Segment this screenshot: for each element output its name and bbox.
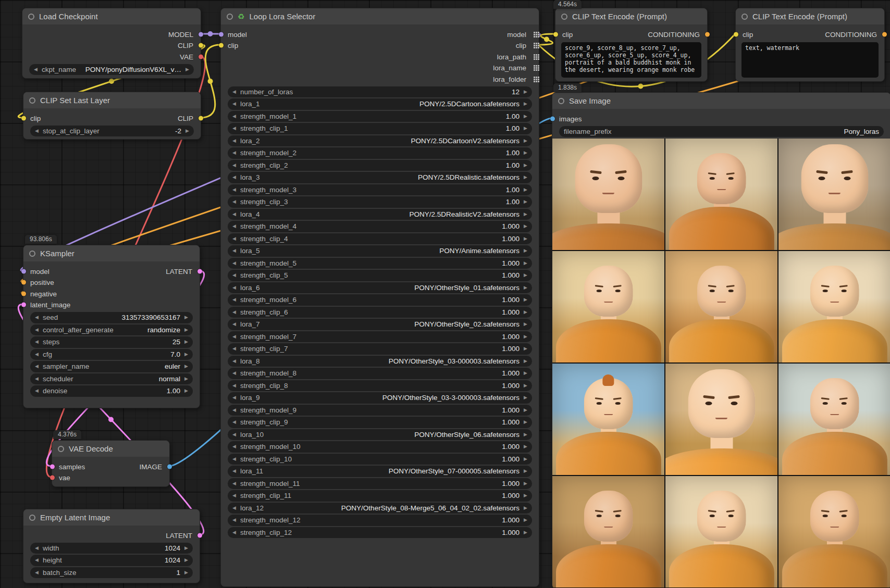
grid-output-icon[interactable] <box>534 65 535 67</box>
increment-arrow-icon[interactable]: ▶ <box>524 493 527 498</box>
decrement-arrow-icon[interactable]: ◀ <box>232 297 236 302</box>
increment-arrow-icon[interactable]: ▶ <box>524 285 527 290</box>
node-loop-lora-selector[interactable]: ♻ Loop Lora Selector modelmodelclipclipl… <box>220 8 539 587</box>
node-header[interactable]: Load Checkpoint <box>22 8 201 24</box>
increment-arrow-icon[interactable]: ▶ <box>524 469 527 473</box>
input-slot-model[interactable] <box>219 32 224 36</box>
widget-width[interactable]: ◀width1024▶ <box>30 543 193 554</box>
collapse-dot[interactable] <box>28 14 34 20</box>
decrement-arrow-icon[interactable]: ◀ <box>34 67 38 72</box>
decrement-arrow-icon[interactable]: ◀ <box>232 285 236 290</box>
collapse-dot[interactable] <box>29 515 35 521</box>
widget-strength_model_11[interactable]: ◀strength_model_111.000▶ <box>228 478 532 490</box>
increment-arrow-icon[interactable]: ▶ <box>524 90 527 94</box>
node-header[interactable]: ♻ Loop Lora Selector <box>221 8 539 24</box>
increment-arrow-icon[interactable]: ▶ <box>524 114 527 119</box>
increment-arrow-icon[interactable]: ▶ <box>524 163 527 168</box>
widget-strength_model_9[interactable]: ◀strength_model_91.000▶ <box>228 405 532 416</box>
decrement-arrow-icon[interactable]: ◀ <box>232 102 236 106</box>
node-header[interactable]: Save Image <box>552 93 890 109</box>
input-slot-positive[interactable] <box>21 280 26 285</box>
increment-arrow-icon[interactable]: ▶ <box>524 359 527 364</box>
decrement-arrow-icon[interactable]: ◀ <box>35 340 39 344</box>
widget-strength_clip_10[interactable]: ◀strength_clip_101.000▶ <box>228 454 532 465</box>
widget-strength_clip_6[interactable]: ◀strength_clip_61.000▶ <box>228 307 532 318</box>
increment-arrow-icon[interactable]: ▶ <box>524 457 527 461</box>
output-slot-CLIP[interactable] <box>199 43 203 48</box>
increment-arrow-icon[interactable]: ▶ <box>524 322 527 327</box>
decrement-arrow-icon[interactable]: ◀ <box>35 389 39 393</box>
decrement-arrow-icon[interactable]: ◀ <box>232 469 236 473</box>
widget-strength_clip_1[interactable]: ◀strength_clip_11.00▶ <box>228 123 532 134</box>
node-empty-latent-image[interactable]: Empty Latent Image LATENT ◀width1024▶◀he… <box>23 509 200 583</box>
widget-number_of_loras[interactable]: ◀number_of_loras12▶ <box>228 86 532 98</box>
decrement-arrow-icon[interactable]: ◀ <box>232 518 236 522</box>
decrement-arrow-icon[interactable]: ◀ <box>232 199 236 204</box>
output-slot-LATENT[interactable] <box>197 269 202 273</box>
decrement-arrow-icon[interactable]: ◀ <box>232 420 236 424</box>
decrement-arrow-icon[interactable]: ◀ <box>232 383 236 388</box>
widget-ckpt_name[interactable]: ◀ckpt_namePONY/ponyDiffusionV6XL_v…▶ <box>29 64 194 76</box>
input-slot-latent_image[interactable] <box>21 303 26 307</box>
decrement-arrow-icon[interactable]: ◀ <box>232 334 236 339</box>
increment-arrow-icon[interactable]: ▶ <box>524 310 527 315</box>
increment-arrow-icon[interactable]: ▶ <box>186 129 189 133</box>
increment-arrow-icon[interactable]: ▶ <box>524 248 527 253</box>
widget-steps[interactable]: ◀steps25▶ <box>30 336 193 348</box>
increment-arrow-icon[interactable]: ▶ <box>524 175 527 180</box>
collapse-dot[interactable] <box>227 14 233 20</box>
increment-arrow-icon[interactable]: ▶ <box>184 364 188 369</box>
widget-strength_model_4[interactable]: ◀strength_model_41.000▶ <box>228 221 532 232</box>
input-slot-clip[interactable] <box>219 43 224 48</box>
increment-arrow-icon[interactable]: ▶ <box>524 518 527 522</box>
widget-strength_clip_5[interactable]: ◀strength_clip_51.000▶ <box>228 270 532 281</box>
node-clip-text-encode-negative[interactable]: CLIP Text Encode (Prompt) clipCONDITIONI… <box>735 8 885 82</box>
increment-arrow-icon[interactable]: ▶ <box>524 126 527 131</box>
collapse-dot[interactable] <box>561 14 567 20</box>
decrement-arrow-icon[interactable]: ◀ <box>232 408 236 412</box>
widget-strength_clip_3[interactable]: ◀strength_clip_31.00▶ <box>228 196 532 208</box>
widget-strength_clip_4[interactable]: ◀strength_clip_41.000▶ <box>228 233 532 245</box>
widget-lora_4[interactable]: ◀lora_4PONY/2.5DRealisticV2.safetensors▶ <box>228 209 532 220</box>
node-ksampler[interactable]: KSampler modelLATENTpositivenegativelate… <box>23 245 200 408</box>
widget-lora_8[interactable]: ◀lora_8PONY/OtherStyle_03-000003.safeten… <box>228 356 532 367</box>
decrement-arrow-icon[interactable]: ◀ <box>232 395 236 400</box>
widget-strength_clip_2[interactable]: ◀strength_clip_21.00▶ <box>228 160 532 171</box>
widget-lora_7[interactable]: ◀lora_7PONY/OtherStyle_02.safetensors▶ <box>228 319 532 330</box>
widget-sampler_name[interactable]: ◀sampler_nameeuler▶ <box>30 361 193 372</box>
increment-arrow-icon[interactable]: ▶ <box>524 420 527 424</box>
increment-arrow-icon[interactable]: ▶ <box>524 334 527 339</box>
decrement-arrow-icon[interactable]: ◀ <box>232 273 236 278</box>
output-slot-LATENT[interactable] <box>197 533 202 537</box>
output-slot-VAE[interactable] <box>199 54 203 59</box>
increment-arrow-icon[interactable]: ▶ <box>184 570 188 575</box>
increment-arrow-icon[interactable]: ▶ <box>524 236 527 241</box>
widget-lora_10[interactable]: ◀lora_10PONY/OtherStyle_06.safetensors▶ <box>228 429 532 441</box>
output-slot-IMAGE[interactable] <box>167 464 172 469</box>
decrement-arrow-icon[interactable]: ◀ <box>35 558 39 562</box>
collapse-dot[interactable] <box>558 98 564 104</box>
decrement-arrow-icon[interactable]: ◀ <box>232 236 236 241</box>
decrement-arrow-icon[interactable]: ◀ <box>232 457 236 461</box>
widget-scheduler[interactable]: ◀schedulernormal▶ <box>30 373 193 385</box>
decrement-arrow-icon[interactable]: ◀ <box>232 175 236 180</box>
node-clip-text-encode-positive[interactable]: CLIP Text Encode (Prompt) clipCONDITIONI… <box>555 8 708 82</box>
widget-strength_clip_11[interactable]: ◀strength_clip_111.000▶ <box>228 490 532 502</box>
widget-lora_1[interactable]: ◀lora_1PONY/2.5DCartoon.safetensors▶ <box>228 98 532 110</box>
decrement-arrow-icon[interactable]: ◀ <box>232 359 236 364</box>
increment-arrow-icon[interactable]: ▶ <box>184 340 188 344</box>
input-slot-model[interactable] <box>21 269 26 273</box>
increment-arrow-icon[interactable]: ▶ <box>524 395 527 400</box>
widget-strength_model_1[interactable]: ◀strength_model_11.00▶ <box>228 111 532 122</box>
increment-arrow-icon[interactable]: ▶ <box>524 224 527 229</box>
decrement-arrow-icon[interactable]: ◀ <box>232 530 236 535</box>
widget-strength_model_6[interactable]: ◀strength_model_61.000▶ <box>228 294 532 306</box>
increment-arrow-icon[interactable]: ▶ <box>524 432 527 437</box>
grid-output-icon[interactable] <box>534 43 535 44</box>
widget-height[interactable]: ◀height1024▶ <box>30 555 193 566</box>
widget-strength_clip_7[interactable]: ◀strength_clip_71.000▶ <box>228 343 532 355</box>
node-header[interactable]: KSampler <box>23 245 200 261</box>
increment-arrow-icon[interactable]: ▶ <box>184 328 188 332</box>
decrement-arrow-icon[interactable]: ◀ <box>232 126 236 131</box>
widget-seed[interactable]: ◀seed313573390653167▶ <box>30 312 193 323</box>
